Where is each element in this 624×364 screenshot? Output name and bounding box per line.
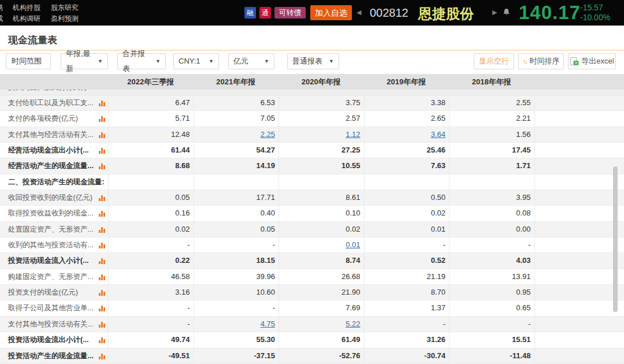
header-period-column: 2020年年报	[278, 74, 364, 90]
row-value: 0.02	[108, 222, 194, 237]
table-row: 处置固定资产、无形资产...0.020.050.020.010.00	[0, 222, 624, 237]
time-sort-button[interactable]: ↑↓ 时间排序	[518, 53, 564, 69]
row-label: 投资活动现金流入小计(...	[0, 253, 108, 268]
menu-item-profit-forecast[interactable]: 盈利预测	[51, 13, 79, 24]
menu-item-shareholder-research[interactable]: 股东研究	[51, 2, 79, 13]
row-value: 0.10	[278, 206, 364, 221]
row-value: 6.53	[194, 95, 279, 110]
mini-bar-chart-icon[interactable]	[99, 242, 106, 248]
mini-bar-chart-icon[interactable]	[99, 194, 106, 201]
export-excel-label: 导出excel	[581, 54, 614, 69]
row-value: 3.38	[364, 95, 450, 110]
mini-bar-chart-icon[interactable]	[99, 257, 106, 264]
row-label: 二、投资活动产生的现金流量:	[0, 174, 108, 190]
mini-bar-chart-icon[interactable]	[99, 321, 106, 328]
value-detail-link[interactable]: 0.01	[346, 240, 360, 249]
row-value: 15.51	[449, 332, 534, 347]
row-value: 4.75	[194, 317, 279, 332]
caret-down-icon: ▼	[155, 54, 161, 69]
row-value	[194, 174, 279, 190]
menu-item-clipped-top[interactable]: 易	[0, 2, 3, 13]
connect-badge[interactable]: 通	[259, 7, 271, 18]
mini-bar-chart-icon[interactable]	[99, 147, 106, 154]
filter-dropdown-4[interactable]: 普通报表▼	[287, 53, 339, 69]
svg-text:x: x	[575, 60, 577, 65]
margin-badge[interactable]: 融	[244, 7, 256, 18]
table-row: 取得子公司及其他营业单...--7.691.370.65	[0, 300, 624, 316]
filter-bar: 时间范围 年报,最新▼合并报表▼CNY:1▼亿元▼普通报表▼ 显示空行 ↑↓ 时…	[0, 51, 624, 74]
row-label: 投资活动现金流出小计(...	[0, 332, 108, 347]
filter-dropdown-0[interactable]: 年报,最新▼	[61, 53, 108, 69]
table-row: 投资活动产生的现金流量...-49.51-37.15-52.76-30.74-1…	[0, 348, 624, 364]
row-value: 61.44	[108, 143, 194, 158]
menu-item-clipped-bottom[interactable]: 成	[0, 13, 3, 24]
row-value: 8.61	[278, 190, 364, 205]
export-excel-button[interactable]: x 导出excel	[568, 53, 616, 69]
row-filler-cell	[534, 317, 624, 332]
row-label: 购建固定资产、无形资产...	[0, 269, 108, 284]
row-value	[449, 174, 534, 190]
row-value: 0.65	[449, 300, 534, 315]
caret-down-icon: ▼	[98, 54, 103, 69]
next-stock-icon[interactable]: ▶	[492, 9, 497, 16]
filter-dropdown-2[interactable]: CNY:1▼	[173, 53, 219, 69]
mini-bar-chart-icon[interactable]	[99, 336, 106, 343]
vertical-scrollbar-thumb[interactable]	[613, 166, 618, 312]
mini-bar-chart-icon[interactable]	[99, 273, 106, 280]
mini-bar-chart-icon[interactable]	[99, 352, 106, 359]
row-value: 18.15	[194, 253, 279, 268]
value-detail-link[interactable]: 2.25	[261, 130, 275, 139]
row-value: 3.64	[364, 127, 450, 142]
mini-bar-chart-icon[interactable]	[99, 289, 106, 296]
mini-bar-chart-icon[interactable]	[99, 115, 106, 122]
row-value: 7.69	[278, 300, 364, 315]
row-filler-cell	[534, 285, 624, 300]
header-period-column: 2022年三季报	[108, 74, 194, 90]
table-row: 购建固定资产、无形资产...46.5839.9626.6821.1913.91	[0, 269, 624, 285]
excel-file-icon: x	[570, 57, 579, 66]
value-detail-link[interactable]: 1.12	[346, 130, 360, 139]
row-value: 1.56	[449, 127, 534, 142]
value-detail-link[interactable]: 3.64	[431, 130, 445, 139]
add-watchlist-button[interactable]: 加入自选	[310, 5, 352, 20]
row-value: 0.05	[108, 190, 194, 205]
value-detail-link[interactable]: 5.22	[346, 320, 360, 328]
header-item-column	[0, 74, 108, 90]
table-row: 投资支付的现金(亿元)3.1610.6021.908.700.95	[0, 285, 624, 300]
header-period-column: 2021年年报	[194, 74, 279, 90]
mini-bar-chart-icon[interactable]	[99, 226, 106, 233]
row-filler-cell	[534, 206, 624, 221]
row-value: 0.16	[108, 206, 194, 221]
row-label: 取得投资收益收到的现金...	[0, 206, 108, 221]
row-filler-cell	[534, 332, 624, 347]
dropdown-value: CNY:1	[179, 54, 200, 69]
dropdown-value: 合并报表	[122, 46, 152, 76]
row-label: 购买商品、接受劳务支付...	[0, 90, 108, 95]
row-value: 54.27	[194, 143, 279, 158]
menu-column-b: 股东研究 盈利预测	[51, 2, 79, 24]
mini-bar-chart-icon[interactable]	[99, 99, 106, 106]
show-empty-rows-button[interactable]: 显示空行	[474, 53, 514, 69]
row-value: 46.58	[108, 269, 194, 284]
mini-bar-chart-icon[interactable]	[99, 304, 106, 311]
row-value: 31.26	[364, 332, 450, 347]
menu-item-institution-research[interactable]: 机构调研	[13, 13, 40, 24]
caret-down-icon: ▼	[329, 54, 334, 69]
row-value: 2.55	[449, 95, 534, 110]
mini-bar-chart-icon[interactable]	[99, 162, 106, 169]
mini-bar-chart-icon[interactable]	[99, 210, 106, 217]
value-detail-link[interactable]: 4.75	[261, 320, 275, 328]
stock-price: 140.17	[519, 2, 581, 24]
filter-dropdown-3[interactable]: 亿元▼	[228, 53, 274, 69]
bell-icon[interactable]	[503, 8, 510, 18]
row-label: 支付的各项税费(亿元)	[0, 111, 108, 126]
menu-item-institution-holdings[interactable]: 机构持股	[13, 2, 40, 13]
mini-bar-chart-icon[interactable]	[99, 131, 106, 138]
filter-dropdown-1[interactable]: 合并报表▼	[117, 53, 166, 69]
row-value: 0.52	[364, 253, 450, 268]
prev-stock-icon[interactable]: ◀	[356, 9, 361, 16]
convertible-bond-badge[interactable]: 可转债	[274, 7, 306, 18]
change-amount: -15.57	[580, 3, 610, 13]
time-range-input[interactable]: 时间范围	[6, 53, 51, 69]
row-value: -	[108, 300, 194, 315]
